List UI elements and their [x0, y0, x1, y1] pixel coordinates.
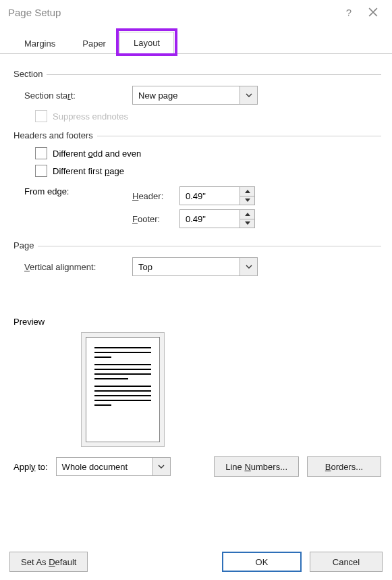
different-odd-even-label: Different odd and even: [53, 149, 141, 159]
footer-spinner[interactable]: 0.49": [179, 209, 255, 228]
chevron-down-icon: [152, 458, 170, 475]
footer-label: Footer:: [132, 214, 179, 224]
headers-footers-group-label: Headers and footers: [13, 130, 381, 140]
window-title: Page Setup: [8, 7, 337, 18]
spinner-up-icon[interactable]: [240, 210, 254, 219]
help-button[interactable]: ?: [337, 2, 361, 22]
vertical-alignment-label: Vertical alignment:: [24, 262, 132, 272]
line-numbers-button[interactable]: Line Numbers...: [214, 456, 299, 477]
tab-strip: Margins Paper Layout: [0, 24, 392, 54]
close-button[interactable]: [361, 2, 385, 22]
preview-box: [81, 332, 165, 447]
set-as-default-button[interactable]: Set As Default: [9, 552, 88, 572]
cancel-button[interactable]: Cancel: [310, 552, 383, 572]
header-spinner[interactable]: 0.49": [179, 186, 255, 205]
suppress-endnotes-checkbox: [35, 110, 47, 122]
apply-to-combo[interactable]: Whole document: [56, 457, 171, 476]
tab-layout[interactable]: Layout: [119, 32, 174, 54]
suppress-endnotes-label: Suppress endnotes: [53, 111, 128, 122]
ok-button[interactable]: OK: [222, 552, 302, 572]
preview-label: Preview: [13, 317, 381, 327]
header-label: Header:: [132, 191, 179, 201]
section-start-combo[interactable]: New page: [132, 86, 258, 105]
spinner-up-icon[interactable]: [240, 187, 254, 196]
preview-page-icon: [86, 337, 160, 442]
vertical-alignment-combo[interactable]: Top: [132, 257, 258, 276]
section-group-label: Section: [13, 69, 381, 79]
borders-button[interactable]: Borders...: [307, 456, 381, 477]
svg-marker-2: [245, 190, 250, 193]
tab-paper[interactable]: Paper: [69, 33, 119, 54]
from-edge-label: From edge:: [24, 182, 132, 196]
chevron-down-icon: [240, 258, 257, 275]
different-first-page-checkbox[interactable]: [35, 165, 47, 177]
different-odd-even-checkbox[interactable]: [35, 147, 47, 159]
chevron-down-icon: [240, 86, 257, 104]
svg-marker-5: [245, 221, 250, 225]
section-start-label: Section start:: [24, 90, 132, 101]
tab-margins[interactable]: Margins: [11, 33, 69, 54]
apply-to-label: Apply to:: [13, 462, 48, 472]
page-group-label: Page: [13, 240, 381, 251]
svg-marker-3: [245, 199, 250, 202]
different-first-page-label: Different first page: [53, 166, 124, 176]
spinner-down-icon[interactable]: [240, 196, 254, 205]
titlebar: Page Setup ?: [0, 0, 392, 24]
svg-marker-4: [245, 213, 250, 216]
spinner-down-icon[interactable]: [240, 219, 254, 228]
